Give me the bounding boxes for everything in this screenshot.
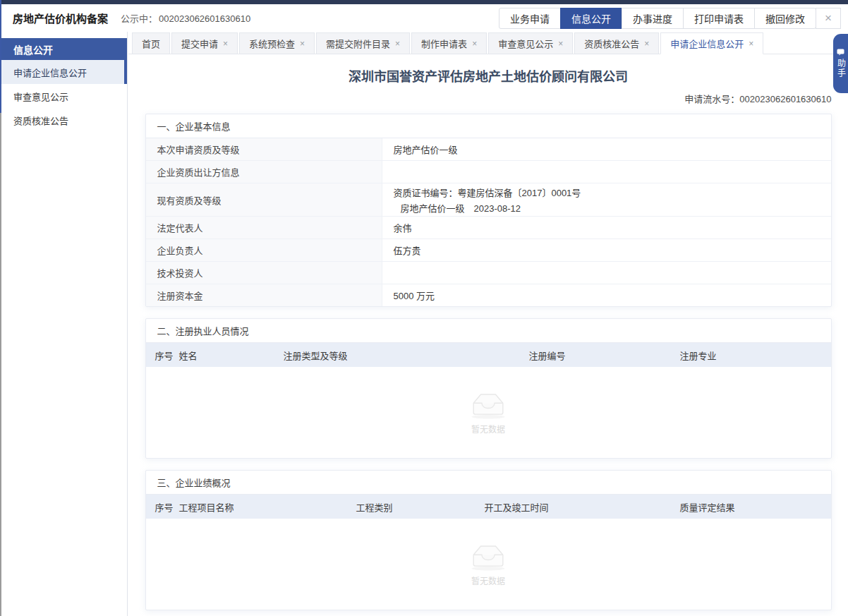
sidebar-item-review-opinion[interactable]: 审查意见公示 xyxy=(1,84,127,108)
table-row: 技术投资人 xyxy=(146,262,831,284)
tab-home[interactable]: 首页 xyxy=(132,32,170,54)
close-icon[interactable]: × xyxy=(749,40,753,48)
nav-button-info-disclosure[interactable]: 信息公开 xyxy=(560,8,622,29)
column-header: 开工及竣工时间 xyxy=(485,500,680,514)
window-left-edge xyxy=(0,0,1,616)
section-title: 二、注册执业人员情况 xyxy=(146,319,831,343)
column-header: 工程类别 xyxy=(356,500,485,514)
tab-review-opinion[interactable]: 审查意见公示 × xyxy=(488,32,573,54)
active-indicator xyxy=(124,60,127,84)
row-label: 现有资质及等级 xyxy=(146,183,382,216)
column-header: 姓名 xyxy=(179,349,284,362)
sidebar-item-label: 资质核准公告 xyxy=(13,114,68,127)
serial-label: 申请流水号： xyxy=(684,94,739,104)
column-header: 序号 xyxy=(146,349,179,362)
nav-button-business-apply[interactable]: 业务申请 xyxy=(499,8,561,29)
row-value: 伍方贵 xyxy=(382,239,831,261)
row-value: 余伟 xyxy=(382,217,831,238)
sidebar-item-qualification-notice[interactable]: 资质核准公告 xyxy=(1,108,127,132)
serial-value: 002023062601630610 xyxy=(739,94,831,104)
section-title: 一、企业基本信息 xyxy=(146,114,831,138)
table-row: 注册资本金 5000 万元 xyxy=(146,284,831,306)
status-text: 公示中：002023062601630610 xyxy=(121,11,250,25)
empty-inbox-icon xyxy=(468,390,509,420)
status-label: 公示中： xyxy=(121,13,157,24)
assistant-button[interactable]: 助手 xyxy=(833,34,848,93)
close-icon[interactable]: × xyxy=(816,8,841,29)
table-header-row: 序号 工程项目名称 工程类别 开工及竣工时间 质量评定结果 xyxy=(146,495,831,519)
column-header: 工程项目名称 xyxy=(179,500,356,514)
table-row: 企业资质出让方信息 xyxy=(146,161,831,183)
table-row: 企业负责人 伍方贵 xyxy=(146,239,831,262)
row-value: 资质证书编号：粤建房估深备〔2017〕0001号 房地产估价一级 2023-08… xyxy=(382,183,831,216)
table-row: 本次申请资质及等级 房地产估价一级 xyxy=(146,138,831,161)
empty-state: 暂无数据 xyxy=(146,519,831,610)
column-header: 质量评定结果 xyxy=(680,500,831,514)
close-icon[interactable]: × xyxy=(395,40,400,48)
empty-text: 暂无数据 xyxy=(471,423,505,435)
empty-state: 暂无数据 xyxy=(146,367,831,458)
table-row: 现有资质及等级 资质证书编号：粤建房估深备〔2017〕0001号 房地产估价一级… xyxy=(146,183,831,217)
column-header: 注册编号 xyxy=(529,349,680,362)
status-serial-number: 002023062601630610 xyxy=(159,13,250,24)
column-header: 注册专业 xyxy=(680,349,831,362)
nav-button-withdraw[interactable]: 撤回修改 xyxy=(754,8,816,29)
close-icon[interactable]: × xyxy=(558,40,563,48)
app-title: 房地产估价机构备案 xyxy=(13,11,108,25)
close-icon[interactable]: × xyxy=(644,40,649,48)
row-label: 本次申请资质及等级 xyxy=(146,138,382,160)
tab-label: 首页 xyxy=(142,37,160,50)
section-title: 三、企业业绩概况 xyxy=(146,471,831,495)
sidebar-item-label: 审查意见公示 xyxy=(13,90,68,103)
close-icon[interactable]: × xyxy=(472,40,477,48)
tab-label: 资质核准公告 xyxy=(584,37,639,50)
column-header: 注册类型及等级 xyxy=(284,349,529,362)
app-window: 房地产估价机构备案 公示中：002023062601630610 业务申请 信息… xyxy=(0,0,848,616)
assistant-label: 助手 xyxy=(837,59,845,78)
page-title-company-name: 深圳市国誉资产评估房地产土地估价顾问有限公司 xyxy=(128,66,848,85)
row-label: 法定代表人 xyxy=(146,217,382,238)
row-value: 5000 万元 xyxy=(382,284,831,306)
row-label: 注册资本金 xyxy=(146,284,382,306)
sidebar-item-label: 申请企业信息公开 xyxy=(13,66,87,79)
tab-submit-application[interactable]: 提交申请 × xyxy=(171,32,238,54)
header-nav-button-group: 业务申请 信息公开 办事进度 打印申请表 撤回修改 × xyxy=(499,8,841,29)
row-label: 技术投资人 xyxy=(146,262,382,284)
nav-button-progress[interactable]: 办事进度 xyxy=(622,8,684,29)
tab-label: 制作申请表 xyxy=(421,37,467,50)
tab-label: 需提交附件目录 xyxy=(326,37,390,50)
section-performance: 三、企业业绩概况 序号 工程项目名称 工程类别 开工及竣工时间 质量评定结果 暂… xyxy=(145,470,832,610)
row-value xyxy=(382,262,831,284)
close-icon[interactable]: × xyxy=(223,40,228,48)
certificate-grade-date-line: 房地产估价一级 2023-08-12 xyxy=(394,201,521,215)
row-label: 企业资质出让方信息 xyxy=(146,161,382,183)
nav-button-print-form[interactable]: 打印申请表 xyxy=(683,8,755,29)
tab-bar: 首页 提交申请 × 系统预检查 × 需提交附件目录 × 制作申请表 × 审查意见… xyxy=(128,32,848,54)
sidebar: 信息公开 申请企业信息公开 审查意见公示 资质核准公告 xyxy=(1,32,128,616)
tab-qualification-notice[interactable]: 资质核准公告 × xyxy=(574,32,659,54)
sidebar-item-company-info-disclosure[interactable]: 申请企业信息公开 xyxy=(1,60,127,84)
section-registered-personnel: 二、注册执业人员情况 序号 姓名 注册类型及等级 注册编号 注册专业 暂无数据 xyxy=(145,318,832,459)
column-header: 序号 xyxy=(146,500,179,514)
close-icon[interactable]: × xyxy=(300,40,305,48)
main-content: 深圳市国誉资产评估房地产土地估价顾问有限公司 申请流水号：00202306260… xyxy=(128,54,848,616)
chat-icon xyxy=(837,49,844,56)
certificate-number-line: 资质证书编号：粤建房估深备〔2017〕0001号 xyxy=(394,186,581,199)
tab-company-info-disclosure[interactable]: 申请企业信息公开 × xyxy=(660,32,763,54)
section-basic-info: 一、企业基本信息 本次申请资质及等级 房地产估价一级 企业资质出让方信息 现有资… xyxy=(145,114,832,307)
empty-text: 暂无数据 xyxy=(471,574,505,586)
row-label: 企业负责人 xyxy=(146,239,382,261)
tab-system-precheck[interactable]: 系统预检查 × xyxy=(239,32,315,54)
tab-label: 审查意见公示 xyxy=(498,37,553,50)
table-row: 法定代表人 余伟 xyxy=(146,217,831,239)
tab-label: 提交申请 xyxy=(181,37,218,50)
table-header-row: 序号 姓名 注册类型及等级 注册编号 注册专业 xyxy=(146,343,831,367)
application-serial: 申请流水号：002023062601630610 xyxy=(145,92,832,105)
tab-label: 系统预检查 xyxy=(249,37,295,50)
sidebar-header-info-disclosure: 信息公开 xyxy=(1,38,127,60)
tab-make-application-form[interactable]: 制作申请表 × xyxy=(411,32,487,54)
row-value: 房地产估价一级 xyxy=(382,138,831,160)
row-value xyxy=(382,161,831,183)
app-header: 房地产估价机构备案 公示中：002023062601630610 业务申请 信息… xyxy=(1,4,848,32)
tab-attachment-list[interactable]: 需提交附件目录 × xyxy=(316,32,410,54)
